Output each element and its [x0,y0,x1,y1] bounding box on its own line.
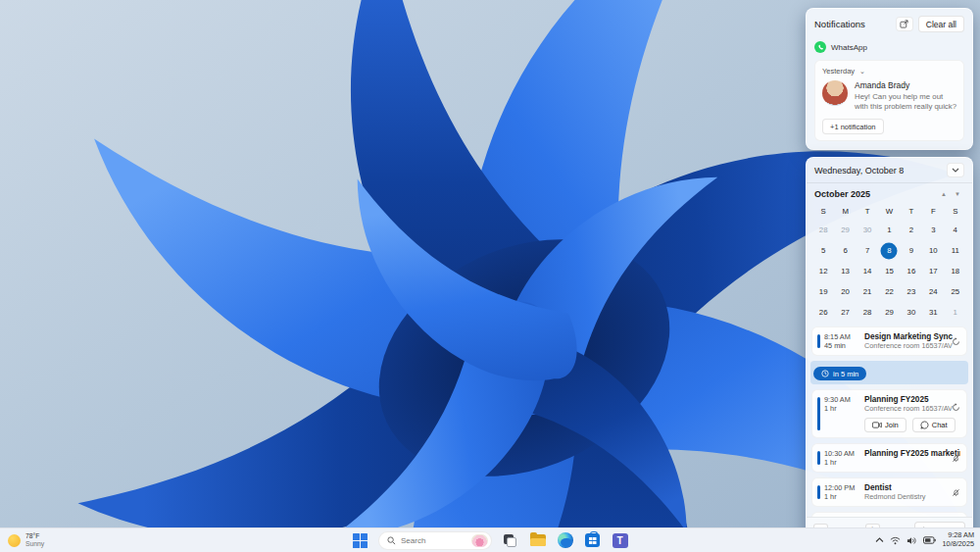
day-cell[interactable]: 17 [922,261,944,281]
day-cell[interactable]: 1 [878,220,900,240]
teams-icon: T [612,533,628,548]
calendar-grid: S M T W T F S 28 29 30 1 2 3 4 5 6 7 [807,201,972,326]
day-cell-selected[interactable]: 8 [878,240,900,261]
calendar-next-month-button[interactable]: ▼ [951,191,964,197]
day-cell[interactable]: 12 [812,261,834,281]
taskbar-search[interactable] [378,531,492,550]
chat-label: Chat [932,421,948,429]
event-card[interactable]: 8:15 AM Design Marketing Sync 45 min Con… [811,326,967,356]
day-cell[interactable]: 2 [901,220,922,240]
teams-button[interactable]: T [611,531,629,550]
day-cell[interactable]: 14 [857,261,878,281]
task-view-button[interactable] [501,531,519,550]
calendar-panel: Wednesday, October 8 October 2025 ▲ ▼ S … [806,157,973,543]
day-cell[interactable]: 16 [901,261,922,281]
store-icon [585,533,600,547]
event-card[interactable]: 9:30 AM Planning FY2025 1 hr Conference … [811,389,967,438]
event-time: 9:30 AM [824,395,860,404]
notifications-panel: Notifications Clear all WhatsApp Yesterd… [806,8,973,150]
day-cell[interactable]: 21 [857,281,878,302]
chevron-down-icon [952,168,959,173]
day-cell[interactable]: 26 [812,302,834,323]
taskbar-clock[interactable]: 9:28 AM 10/8/2025 [943,531,974,549]
notification-message-row: Amanda Brady Hey! Can you help me out wi… [822,80,956,112]
calendar-month-row: October 2025 ▲ ▼ [807,183,972,201]
day-cell[interactable]: 4 [945,220,966,240]
day-cell[interactable]: 18 [945,261,966,281]
start-button[interactable] [351,531,369,550]
day-cell[interactable]: 25 [945,281,966,302]
day-cell[interactable]: 27 [834,302,856,323]
day-cell[interactable]: 30 [901,302,922,323]
event-card[interactable]: 10:30 AM Planning FY2025 marketing 1 hr [811,443,967,473]
edge-browser-button[interactable] [556,531,574,550]
recurrence-icon [952,398,960,416]
day-cell[interactable]: 7 [857,240,878,261]
day-cell[interactable]: 1 [945,302,966,323]
calendar-date-header: Wednesday, October 8 [814,166,904,176]
event-location: Redmond Dentistry [864,492,960,501]
day-cell[interactable]: 13 [834,261,856,281]
day-cell[interactable]: 31 [922,302,944,323]
day-cell[interactable]: 9 [901,240,922,261]
day-cell[interactable]: 6 [834,240,856,261]
day-cell[interactable]: 5 [812,240,834,261]
day-name: S [945,203,966,220]
calendar-collapse-button[interactable] [947,163,964,177]
folder-icon [530,534,546,546]
event-card[interactable]: 12:00 PM Dentist 1 hr Redmond Dentistry [811,477,967,507]
show-hidden-icons-chevron[interactable] [875,537,884,543]
day-cell[interactable]: 19 [812,281,834,302]
sender-name: Amanda Brady [855,80,956,90]
microsoft-store-button[interactable] [583,531,602,550]
weather-temperature: 78°F [25,532,44,540]
volume-icon[interactable] [906,536,917,545]
event-duration: 1 hr [824,458,860,467]
event-duration: 1 hr [824,404,860,413]
notifications-title: Notifications [814,19,891,29]
clock-date: 10/8/2025 [943,540,974,549]
event-title: Planning FY2025 marketing [864,449,960,458]
day-cell[interactable]: 11 [945,240,966,261]
notification-group-row[interactable]: Yesterday ⌄ [822,67,956,75]
day-cell[interactable]: 29 [878,302,900,323]
notification-settings-button[interactable] [896,17,913,31]
search-input[interactable] [401,536,466,545]
search-highlight-image [471,534,488,547]
day-cell[interactable]: 15 [878,261,900,281]
event-title: Planning FY2025 [864,395,929,404]
clear-all-button[interactable]: Clear all [918,16,964,32]
day-cell[interactable]: 10 [922,240,944,261]
windows-logo-icon [353,533,368,548]
weather-widget[interactable]: 78°F Sunny [8,532,44,548]
edge-icon [558,532,573,548]
event-card[interactable]: 2:30 PM People managers sync [811,512,967,517]
day-cell[interactable]: 23 [901,281,922,302]
notification-card[interactable]: Yesterday ⌄ Amanda Brady Hey! Can you he… [814,60,964,141]
event-duration: 1 hr [824,492,860,501]
notification-app-name: WhatsApp [831,43,867,52]
clock-icon [821,370,829,377]
notification-app-row[interactable]: WhatsApp [814,41,964,53]
wifi-icon[interactable] [890,536,901,545]
day-cell[interactable]: 30 [857,220,878,240]
battery-icon[interactable] [923,536,936,544]
join-button[interactable]: Join [864,418,906,432]
calendar-prev-month-button[interactable]: ▲ [937,191,951,197]
sender-avatar [822,80,848,106]
day-cell[interactable]: 28 [812,220,834,240]
whatsapp-icon [814,41,826,53]
more-notifications-button[interactable]: +1 notification [822,119,884,134]
countdown-pill[interactable]: in 5 min [813,367,866,380]
day-cell[interactable]: 20 [834,281,856,302]
file-explorer-button[interactable] [528,531,547,550]
event-title: Dentist [864,483,892,492]
chat-button[interactable]: Chat [912,418,956,432]
event-title: Design Marketing Sync [864,332,953,341]
day-cell[interactable]: 28 [857,302,878,323]
day-cell[interactable]: 22 [878,281,900,302]
day-cell[interactable]: 24 [922,281,944,302]
day-cell[interactable]: 29 [834,220,856,240]
day-cell[interactable]: 3 [922,220,944,240]
countdown-label: in 5 min [833,370,858,378]
